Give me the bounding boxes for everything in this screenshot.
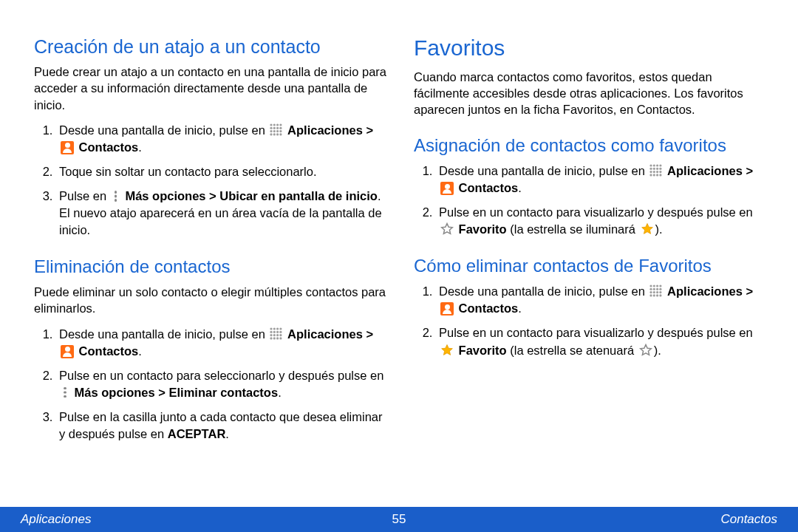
text: .: [138, 344, 142, 358]
svg-point-45: [653, 174, 655, 176]
svg-point-23: [280, 330, 282, 332]
svg-point-51: [660, 285, 662, 287]
svg-point-58: [656, 291, 658, 293]
document-page: Creación de un atajo a un contacto Puede…: [0, 0, 798, 532]
heading-remove-favorites: Cómo eliminar contactos de Favoritos: [414, 256, 768, 277]
svg-point-41: [653, 171, 655, 173]
list-item: Desde una pantalla de inicio, pulse en A…: [56, 122, 389, 156]
svg-point-6: [276, 126, 279, 129]
svg-point-57: [653, 291, 655, 293]
svg-point-37: [653, 168, 655, 170]
heading-delete-contacts: Eliminación de contactos: [34, 256, 389, 278]
svg-point-21: [273, 330, 276, 332]
svg-point-22: [276, 330, 279, 332]
text: ).: [655, 222, 663, 236]
svg-point-4: [270, 126, 273, 129]
svg-point-43: [660, 171, 662, 173]
heading-assign-favorites: Asignación de contactos como favoritos: [414, 135, 768, 157]
list-item: Desde una pantalla de inicio, pulse en A…: [436, 163, 768, 197]
svg-point-29: [273, 337, 276, 339]
svg-point-3: [280, 123, 282, 126]
svg-point-12: [270, 133, 273, 135]
svg-point-46: [656, 174, 658, 176]
svg-point-0: [270, 123, 273, 126]
svg-point-59: [660, 291, 662, 293]
svg-point-34: [656, 164, 658, 166]
page-footer: Aplicaciones 55 Contactos: [0, 507, 798, 532]
text: Desde una pantalla de inicio, pulse en: [59, 123, 268, 137]
contacts-icon: [61, 345, 74, 358]
bold-text: ACEPTAR: [168, 427, 226, 440]
svg-point-47: [660, 174, 662, 176]
text: (la estrella se atenuará: [507, 344, 638, 357]
steps-delete-contacts: Desde una pantalla de inicio, pulse en A…: [34, 326, 389, 443]
right-column: Favoritos Cuando marca contactos como fa…: [414, 35, 768, 502]
apps-grid-icon: [270, 123, 282, 136]
more-options-icon: [112, 190, 120, 202]
contacts-icon: [440, 182, 454, 195]
heading-create-shortcut: Creación de un atajo a un contacto: [34, 35, 389, 58]
bold-text: Contactos: [455, 181, 518, 194]
svg-point-36: [650, 168, 652, 170]
svg-point-50: [656, 285, 658, 287]
steps-create-shortcut: Desde una pantalla de inicio, pulse en A…: [34, 122, 389, 239]
more-options-icon: [61, 386, 69, 398]
bold-text: Aplicaciones >: [287, 327, 373, 341]
steps-assign-favorites: Desde una pantalla de inicio, pulse en A…: [414, 163, 768, 238]
svg-point-17: [273, 327, 276, 330]
text: Pulse en un contacto para seleccionarlo …: [59, 369, 383, 382]
text: ).: [654, 344, 661, 357]
text: Pulse en: [59, 189, 110, 202]
bold-text: Aplicaciones >: [667, 164, 753, 177]
svg-point-49: [653, 285, 655, 287]
svg-point-54: [656, 288, 658, 290]
svg-point-40: [650, 171, 652, 173]
svg-point-38: [656, 168, 658, 170]
svg-point-9: [273, 130, 276, 132]
text: Desde una pantalla de inicio, pulse en: [439, 284, 648, 298]
svg-point-18: [276, 327, 279, 330]
svg-point-60: [650, 295, 652, 297]
svg-point-55: [660, 288, 662, 290]
svg-point-20: [270, 330, 273, 332]
svg-point-52: [650, 288, 652, 290]
text: Pulse en un contacto para visualizarlo y…: [439, 205, 753, 219]
bold-text: Aplicaciones >: [667, 284, 753, 298]
list-item: Desde una pantalla de inicio, pulse en A…: [436, 283, 768, 317]
svg-point-32: [650, 164, 652, 166]
svg-point-27: [280, 334, 282, 336]
list-item: Desde una pantalla de inicio, pulse en A…: [56, 326, 389, 360]
apps-grid-icon: [649, 164, 662, 177]
contacts-icon: [61, 141, 74, 154]
steps-remove-favorites: Desde una pantalla de inicio, pulse en A…: [414, 283, 768, 358]
svg-point-7: [280, 126, 282, 129]
svg-point-8: [270, 130, 273, 132]
bold-text: Contactos: [75, 140, 138, 154]
text: .: [278, 386, 282, 399]
svg-point-42: [656, 171, 658, 173]
svg-point-56: [650, 291, 652, 293]
footer-right: Contactos: [720, 512, 777, 527]
bold-text: Favorito: [455, 344, 507, 357]
svg-point-31: [280, 337, 282, 339]
star-outline-icon: [639, 344, 652, 357]
svg-point-63: [660, 295, 662, 297]
svg-point-19: [280, 327, 282, 330]
text: Desde una pantalla de inicio, pulse en: [439, 164, 648, 177]
svg-point-1: [273, 123, 276, 126]
star-filled-icon: [440, 344, 454, 357]
list-item: Toque sin soltar un contacto para selecc…: [56, 163, 389, 180]
list-item: Pulse en la casilla junto a cada contact…: [56, 409, 389, 443]
svg-point-24: [270, 334, 273, 336]
svg-point-25: [273, 334, 276, 336]
svg-point-10: [276, 130, 279, 132]
svg-point-48: [650, 285, 652, 287]
intro-delete-contacts: Puede eliminar un solo contacto o elegir…: [34, 284, 389, 317]
heading-favorites: Favoritos: [414, 35, 768, 61]
svg-point-53: [653, 288, 655, 290]
svg-point-39: [660, 168, 662, 170]
svg-point-62: [656, 295, 658, 297]
bold-text: Contactos: [455, 301, 518, 315]
svg-point-30: [276, 337, 279, 339]
bold-text: Aplicaciones >: [287, 123, 373, 137]
